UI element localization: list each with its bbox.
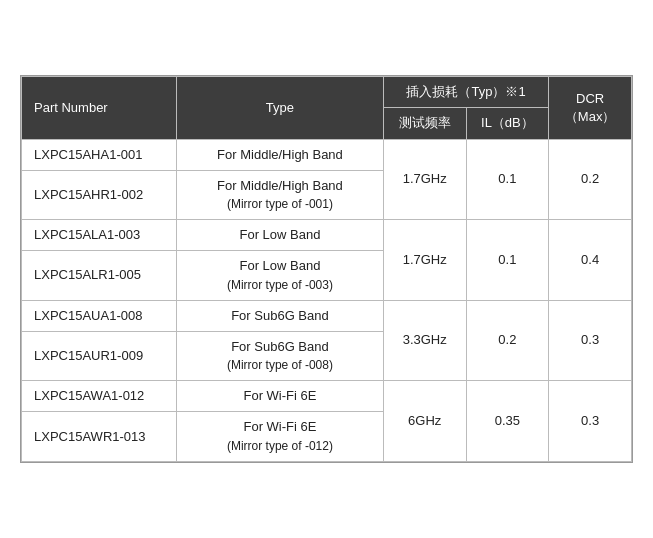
cell-type: For Wi-Fi 6E (177, 381, 384, 412)
cell-part-number: LXPC15ALA1-003 (22, 220, 177, 251)
header-il-db: IL（dB） (466, 108, 549, 139)
header-type: Type (177, 77, 384, 139)
cell-type: For Middle/High Band (177, 139, 384, 170)
cell-dcr: 0.3 (549, 300, 632, 381)
cell-part-number: LXPC15AUR1-009 (22, 331, 177, 380)
header-part-number: Part Number (22, 77, 177, 139)
header-insertion-loss: 插入损耗（Typ）※1 (383, 77, 548, 108)
spec-table: Part Number Type 插入损耗（Typ）※1 DCR（Max） 测试… (21, 76, 632, 462)
cell-dcr: 0.2 (549, 139, 632, 220)
cell-part-number: LXPC15AWA1-012 (22, 381, 177, 412)
cell-il: 0.2 (466, 300, 549, 381)
cell-dcr: 0.4 (549, 220, 632, 301)
table-row: LXPC15AHA1-001For Middle/High Band1.7GHz… (22, 139, 632, 170)
table-row: LXPC15AUA1-008For Sub6G Band3.3GHz0.20.3 (22, 300, 632, 331)
cell-part-number: LXPC15AHR1-002 (22, 170, 177, 219)
cell-part-number: LXPC15AHA1-001 (22, 139, 177, 170)
spec-table-container: Part Number Type 插入损耗（Typ）※1 DCR（Max） 测试… (20, 75, 633, 463)
cell-type: For Low Band(Mirror type of -003) (177, 251, 384, 300)
cell-part-number: LXPC15AWR1-013 (22, 412, 177, 461)
cell-type: For Low Band (177, 220, 384, 251)
cell-freq: 1.7GHz (383, 220, 466, 301)
cell-freq: 3.3GHz (383, 300, 466, 381)
cell-il: 0.1 (466, 220, 549, 301)
cell-freq: 6GHz (383, 381, 466, 462)
cell-dcr: 0.3 (549, 381, 632, 462)
cell-part-number: LXPC15ALR1-005 (22, 251, 177, 300)
cell-type: For Wi-Fi 6E(Mirror type of -012) (177, 412, 384, 461)
table-row: LXPC15ALA1-003For Low Band1.7GHz0.10.4 (22, 220, 632, 251)
cell-il: 0.35 (466, 381, 549, 462)
header-freq: 测试频率 (383, 108, 466, 139)
cell-type: For Middle/High Band(Mirror type of -001… (177, 170, 384, 219)
cell-type: For Sub6G Band(Mirror type of -008) (177, 331, 384, 380)
header-dcr: DCR（Max） (549, 77, 632, 139)
table-row: LXPC15AWA1-012For Wi-Fi 6E6GHz0.350.3 (22, 381, 632, 412)
cell-freq: 1.7GHz (383, 139, 466, 220)
cell-il: 0.1 (466, 139, 549, 220)
cell-type: For Sub6G Band (177, 300, 384, 331)
cell-part-number: LXPC15AUA1-008 (22, 300, 177, 331)
